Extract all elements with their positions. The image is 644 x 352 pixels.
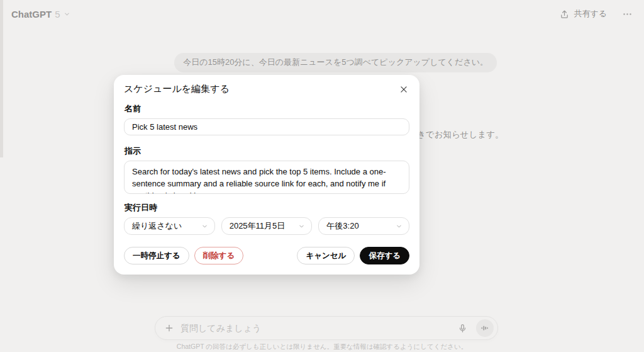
name-input[interactable]: [124, 118, 409, 135]
schedule-controls: 繰り返さない 2025年11月5日 午後3:20: [124, 217, 409, 235]
name-field-label: 名前: [125, 103, 409, 115]
date-dropdown[interactable]: 2025年11月5日: [221, 217, 313, 235]
cancel-button[interactable]: キャンセル: [297, 247, 355, 264]
date-dropdown-value: 2025年11月5日: [230, 220, 286, 232]
edit-schedule-dialog: スケジュールを編集する 名前 指示 Search for today's lat…: [114, 75, 419, 275]
close-button[interactable]: [398, 84, 409, 95]
chevron-down-icon: [298, 223, 305, 230]
chatgpt-app: ChatGPT 5 共有する 今日の15時20分に、今日の最新ニュースを5つ調べ: [0, 0, 644, 352]
delete-button[interactable]: 削除する: [194, 247, 244, 264]
instructions-textarea[interactable]: Search for today's latest news and pick …: [124, 161, 409, 194]
dialog-actions: 一時停止する 削除する キャンセル 保存する: [124, 247, 409, 264]
repeat-dropdown[interactable]: 繰り返さない: [124, 217, 215, 235]
chevron-down-icon: [396, 223, 402, 230]
schedule-field-label: 実行日時: [125, 202, 409, 213]
repeat-dropdown-value: 繰り返さない: [132, 220, 182, 232]
time-dropdown[interactable]: 午後3:20: [318, 217, 409, 235]
close-icon: [399, 85, 408, 94]
instructions-field-label: 指示: [125, 145, 409, 157]
dialog-header: スケジュールを編集する: [124, 83, 409, 95]
chevron-down-icon: [201, 223, 208, 230]
save-button[interactable]: 保存する: [360, 247, 409, 264]
time-dropdown-value: 午後3:20: [326, 220, 358, 232]
pause-button[interactable]: 一時停止する: [124, 247, 189, 264]
dialog-title: スケジュールを編集する: [124, 83, 230, 95]
